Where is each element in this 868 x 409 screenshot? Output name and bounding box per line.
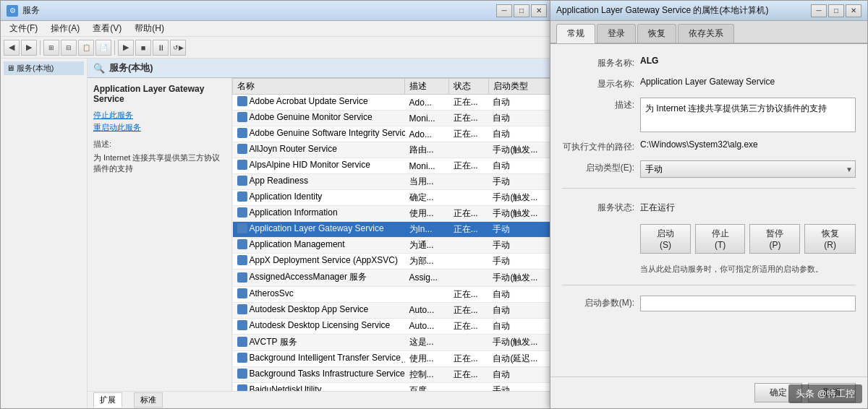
service-desc-cell: 当用... (405, 174, 449, 190)
description-text: 为 Internet 连接共享提供第三方协议插件的支持 (645, 103, 827, 113)
tab-recovery[interactable]: 恢复 (637, 24, 676, 43)
table-row[interactable]: AVCTP 服务这是...手动(触发... (233, 334, 553, 351)
service-startup-cell: 自动 (488, 286, 552, 302)
start-params-input[interactable] (640, 296, 856, 311)
menu-action[interactable]: 操作(A) (45, 21, 85, 36)
toolbar-btn-3[interactable]: 📋 (78, 40, 94, 56)
service-gear-icon (237, 96, 247, 106)
tab-general[interactable]: 常规 (556, 24, 595, 43)
service-gear-icon (237, 223, 247, 233)
restart-service-link[interactable]: 重启动此服务 (93, 122, 226, 133)
table-row[interactable]: AlpsAlpine HID Monitor ServiceMoni...正在.… (233, 158, 553, 174)
service-gear-icon (237, 320, 247, 330)
table-row[interactable]: Application Information使用...正在...手动(触发..… (233, 206, 553, 222)
main-title-bar: ⚙ 服务 ─ □ ✕ (1, 1, 553, 21)
service-gear-icon (237, 160, 247, 170)
service-gear-icon (237, 191, 247, 202)
service-gear-icon (237, 337, 247, 347)
dialog-minimize-button[interactable]: ─ (811, 4, 827, 17)
service-name-text: AVCTP 服务 (250, 336, 297, 348)
table-row[interactable]: BaiduNetdiskUtility百度...手动 (233, 383, 553, 392)
tab-standard[interactable]: 标准 (134, 392, 163, 408)
table-row[interactable]: AppX Deployment Service (AppXSVC)为部...手动 (233, 254, 553, 270)
service-name-cell: Application Information (233, 206, 405, 222)
stop-button[interactable]: ■ (135, 40, 151, 56)
exec-path-value: C:\Windows\System32\alg.exe (640, 139, 856, 150)
resume-button[interactable]: 恢复(R) (804, 224, 856, 254)
table-row[interactable]: AtherosSvc正在...自动 (233, 286, 553, 302)
tab-dependencies[interactable]: 依存关系 (678, 24, 734, 43)
stop-service-link[interactable]: 停止此服务 (93, 110, 226, 121)
service-name-cell: AtherosSvc (233, 286, 405, 302)
startup-type-select[interactable]: 手动 自动 自动(延迟启动) 禁用 (640, 160, 856, 178)
toolbar-btn-4[interactable]: 📄 (95, 40, 111, 56)
search-icon: 🔍 (93, 63, 105, 74)
service-name-cell: Adobe Genuine Monitor Service (233, 111, 405, 126)
toolbar-btn-2[interactable]: ⊟ (61, 40, 77, 56)
panel-header: 🔍 服务(本地) (88, 59, 553, 78)
table-row[interactable]: Adobe Genuine Monitor ServiceMoni...正在..… (233, 111, 553, 126)
table-row[interactable]: Background Intelligent Transfer Service使… (233, 351, 553, 367)
display-name-value: Application Layer Gateway Service (640, 77, 856, 87)
service-name-text: Application Layer Gateway Service (250, 223, 384, 233)
dialog-maximize-button[interactable]: □ (828, 4, 844, 17)
table-row[interactable]: Application Management为通...手动 (233, 238, 553, 254)
col-startup[interactable]: 启动类型 (488, 79, 552, 95)
service-startup-cell: 手动(触发... (488, 270, 552, 287)
service-name-cell: AVCTP 服务 (233, 334, 405, 351)
table-row[interactable]: Adobe Genuine Software Integrity Service… (233, 126, 553, 142)
col-name[interactable]: 名称 (233, 79, 405, 95)
table-row[interactable]: AllJoyn Router Service路由...手动(触发... (233, 142, 553, 158)
col-desc[interactable]: 描述 (405, 79, 449, 95)
service-status-cell: 正在... (449, 158, 489, 174)
restart-button[interactable]: ↺▶ (170, 40, 186, 56)
pause-button[interactable]: 暂停(P) (749, 224, 800, 254)
description-box[interactable]: 为 Internet 连接共享提供第三方协议插件的支持 (640, 98, 856, 132)
service-status-cell: 正在... (449, 206, 489, 222)
tab-expand[interactable]: 扩展 (93, 392, 122, 408)
maximize-button[interactable]: □ (514, 4, 529, 17)
table-row[interactable]: Application Layer Gateway Service为In...正… (233, 222, 553, 238)
play-button[interactable]: ▶ (118, 40, 134, 56)
service-name-text: AppX Deployment Service (AppXSVC) (250, 255, 398, 265)
menu-help[interactable]: 帮助(H) (129, 21, 170, 36)
forward-button[interactable]: ▶ (21, 40, 37, 56)
dialog-close-button[interactable]: ✕ (846, 4, 861, 17)
pause-button[interactable]: ⏸ (153, 40, 169, 56)
col-status[interactable]: 状态 (449, 79, 489, 95)
table-row[interactable]: App Readiness当用...手动 (233, 174, 553, 190)
table-row[interactable]: Autodesk Desktop Licensing ServiceAuto..… (233, 318, 553, 334)
table-row[interactable]: Background Tasks Infrastructure Service控… (233, 367, 553, 383)
nav-services-local[interactable]: 🖥 服务(本地) (4, 61, 84, 75)
service-status-cell: 正在... (449, 286, 489, 302)
stop-button[interactable]: 停止(T) (695, 224, 745, 254)
menu-file[interactable]: 文件(F) (4, 21, 43, 36)
table-row[interactable]: AssignedAccessManager 服务Assig...手动(触发... (233, 270, 553, 287)
back-button[interactable]: ◀ (4, 40, 20, 56)
hint-text: 当从此处启动服务时，你可指定所适用的启动参数。 (562, 264, 856, 275)
minimize-button[interactable]: ─ (496, 4, 512, 17)
service-detail-panel: Application Layer Gateway Service 停止此服务 … (88, 78, 232, 391)
table-row[interactable]: Autodesk Desktop App ServiceAuto...正在...… (233, 302, 553, 318)
close-button[interactable]: ✕ (531, 4, 547, 17)
service-startup-cell: 手动 (488, 174, 552, 190)
title-bar-left: ⚙ 服务 (7, 4, 40, 17)
service-name-cell: Adobe Genuine Software Integrity Service (233, 126, 405, 142)
service-list[interactable]: 名称 描述 状态 启动类型 Adobe Acrobat Update Servi… (232, 78, 553, 391)
menu-view[interactable]: 查看(V) (87, 21, 127, 36)
service-name-text: Adobe Genuine Software Integrity Service (250, 128, 405, 138)
table-row[interactable]: Application Identity确定...手动(触发... (233, 190, 553, 206)
app-icon: ⚙ (7, 5, 18, 17)
start-button[interactable]: 启动(S) (640, 224, 691, 254)
service-name-cell: Application Layer Gateway Service (233, 222, 405, 238)
service-name-cell: BaiduNetdiskUtility (233, 383, 405, 392)
service-name-text: BaiduNetdiskUtility (250, 384, 322, 391)
service-status-cell: 正在... (449, 302, 489, 318)
toolbar-btn-1[interactable]: ⊞ (43, 40, 59, 56)
service-gear-icon (237, 207, 247, 218)
tab-login[interactable]: 登录 (597, 24, 636, 43)
toolbar: ◀ ▶ ⊞ ⊟ 📋 📄 ▶ ■ ⏸ ↺▶ (1, 37, 553, 59)
table-row[interactable]: Adobe Acrobat Update ServiceAdo...正在...自… (233, 95, 553, 111)
service-gear-icon (237, 239, 247, 249)
service-name-text: Background Intelligent Transfer Service (250, 353, 401, 363)
